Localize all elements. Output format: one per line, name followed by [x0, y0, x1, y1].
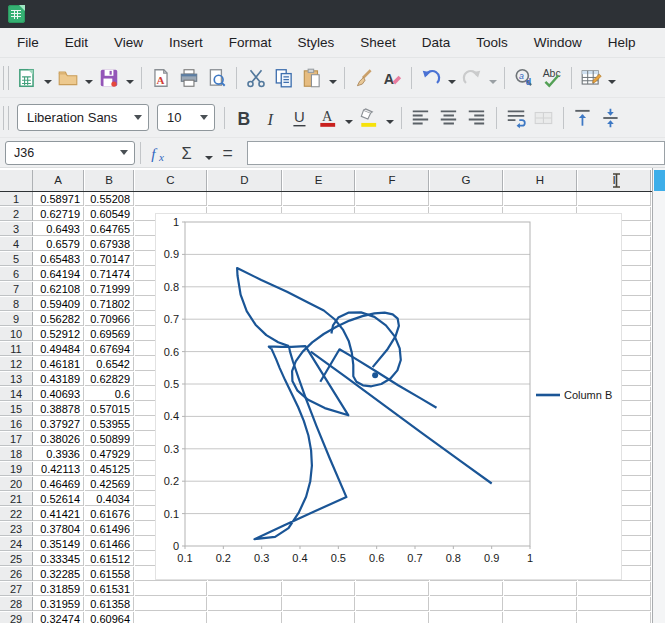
select-all-corner[interactable] [0, 170, 33, 191]
row-header-23[interactable]: 23 [0, 522, 33, 536]
redo-button[interactable] [459, 65, 485, 91]
formula-input[interactable] [247, 141, 665, 165]
menu-item-format[interactable]: Format [218, 28, 283, 57]
row-header-10[interactable]: 10 [0, 327, 33, 341]
column-header-f[interactable]: F [356, 170, 429, 191]
cell-A25[interactable]: 0.33345 [33, 552, 84, 566]
column-header-e[interactable]: E [283, 170, 355, 191]
cell-H1[interactable] [504, 192, 577, 206]
save-button[interactable] [96, 65, 122, 91]
equals-button[interactable]: = [216, 140, 242, 166]
font-name-combo[interactable]: Liberation Sans [17, 104, 149, 131]
cell-F1[interactable] [356, 192, 429, 206]
row-header-25[interactable]: 25 [0, 552, 33, 566]
row-header-28[interactable]: 28 [0, 597, 33, 611]
cell-A2[interactable]: 0.62719 [33, 207, 84, 221]
cell-G28[interactable] [430, 597, 503, 611]
menu-item-insert[interactable]: Insert [158, 28, 214, 57]
cell-I29[interactable] [578, 612, 651, 623]
cell-B27[interactable]: 0.61531 [85, 582, 134, 596]
cell-B15[interactable]: 0.57015 [85, 402, 134, 416]
column-header-i[interactable]: I [578, 170, 651, 191]
cell-B8[interactable]: 0.71802 [85, 297, 134, 311]
sum-dropdown-icon[interactable] [205, 156, 213, 160]
copy-button[interactable] [271, 65, 297, 91]
menu-item-window[interactable]: Window [523, 28, 593, 57]
cell-A16[interactable]: 0.37927 [33, 417, 84, 431]
cell-A4[interactable]: 0.6579 [33, 237, 84, 251]
column-header-b[interactable]: B [85, 170, 134, 191]
cell-A21[interactable]: 0.52614 [33, 492, 84, 506]
column-header-a[interactable]: A [33, 170, 84, 191]
cell-A6[interactable]: 0.64194 [33, 267, 84, 281]
align-right-button[interactable] [464, 105, 490, 131]
cell-A18[interactable]: 0.3936 [33, 447, 84, 461]
wrap-text-button[interactable] [503, 105, 529, 131]
column-header-g[interactable]: G [430, 170, 503, 191]
font-size-combo[interactable]: 10 [157, 104, 215, 131]
toolbar-grip[interactable] [3, 106, 9, 130]
cell-B14[interactable]: 0.6 [85, 387, 134, 401]
underline-button[interactable]: U [287, 105, 313, 131]
highlight-color-dropdown-icon[interactable] [386, 120, 394, 124]
menu-item-file[interactable]: File [6, 28, 50, 57]
cell-A1[interactable]: 0.58971 [33, 192, 84, 206]
sum-button[interactable]: Σ [175, 140, 201, 166]
row-header-14[interactable]: 14 [0, 387, 33, 401]
cell-E1[interactable] [283, 192, 355, 206]
insert-table-dropdown-icon[interactable] [608, 80, 616, 84]
cell-A26[interactable]: 0.32285 [33, 567, 84, 581]
cell-B2[interactable]: 0.60549 [85, 207, 134, 221]
menu-item-view[interactable]: View [103, 28, 154, 57]
menu-item-edit[interactable]: Edit [54, 28, 99, 57]
clone-formatting-button[interactable] [351, 65, 377, 91]
menu-item-tools[interactable]: Tools [465, 28, 519, 57]
cell-B22[interactable]: 0.61676 [85, 507, 134, 521]
cell-A20[interactable]: 0.46469 [33, 477, 84, 491]
align-vcenter-button[interactable] [598, 105, 624, 131]
row-header-15[interactable]: 15 [0, 402, 33, 416]
cell-B18[interactable]: 0.47929 [85, 447, 134, 461]
row-header-16[interactable]: 16 [0, 417, 33, 431]
font-color-dropdown-icon[interactable] [345, 120, 353, 124]
cell-A14[interactable]: 0.40693 [33, 387, 84, 401]
cell-D28[interactable] [208, 597, 282, 611]
row-header-29[interactable]: 29 [0, 612, 33, 623]
undo-dropdown-icon[interactable] [448, 80, 456, 84]
cell-A13[interactable]: 0.43189 [33, 372, 84, 386]
cell-D29[interactable] [208, 612, 282, 623]
highlight-color-button[interactable] [356, 105, 382, 131]
cell-I1[interactable] [578, 192, 651, 206]
spelling-button[interactable]: Abc [539, 65, 565, 91]
chart-object[interactable]: 00.10.20.30.40.50.60.70.80.910.10.20.30.… [155, 213, 622, 580]
row-header-9[interactable]: 9 [0, 312, 33, 326]
row-header-27[interactable]: 27 [0, 582, 33, 596]
row-header-1[interactable]: 1 [0, 192, 33, 206]
column-header-c[interactable]: C [135, 170, 207, 191]
cell-D27[interactable] [208, 582, 282, 596]
menu-item-sheet[interactable]: Sheet [349, 28, 406, 57]
cell-B1[interactable]: 0.55208 [85, 192, 134, 206]
cell-A10[interactable]: 0.52912 [33, 327, 84, 341]
cell-A28[interactable]: 0.31959 [33, 597, 84, 611]
cell-B9[interactable]: 0.70966 [85, 312, 134, 326]
cell-A17[interactable]: 0.38026 [33, 432, 84, 446]
cell-B24[interactable]: 0.61466 [85, 537, 134, 551]
cell-B13[interactable]: 0.62829 [85, 372, 134, 386]
cell-H28[interactable] [504, 597, 577, 611]
cell-B29[interactable]: 0.60964 [85, 612, 134, 623]
bold-button[interactable]: B [231, 105, 257, 131]
cell-B4[interactable]: 0.67938 [85, 237, 134, 251]
cell-A11[interactable]: 0.49484 [33, 342, 84, 356]
name-box[interactable]: J36 [5, 141, 135, 165]
align-left-button[interactable] [408, 105, 434, 131]
cell-B10[interactable]: 0.69569 [85, 327, 134, 341]
row-header-5[interactable]: 5 [0, 252, 33, 266]
open-dropdown-icon[interactable] [85, 80, 93, 84]
cell-G29[interactable] [430, 612, 503, 623]
cell-F28[interactable] [356, 597, 429, 611]
row-header-3[interactable]: 3 [0, 222, 33, 236]
cell-B28[interactable]: 0.61358 [85, 597, 134, 611]
cell-B5[interactable]: 0.70147 [85, 252, 134, 266]
cell-F27[interactable] [356, 582, 429, 596]
